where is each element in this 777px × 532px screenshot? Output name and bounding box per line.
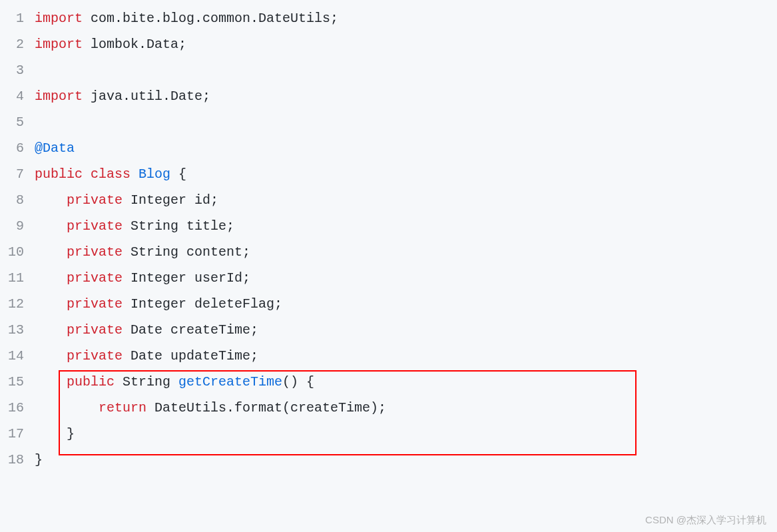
line-number: 5 <box>0 109 24 135</box>
line-number: 2 <box>0 31 24 57</box>
line-number: 12 <box>0 291 24 317</box>
code-content: import com.bite.blog.common.DateUtils;im… <box>35 5 777 473</box>
line-number: 14 <box>0 343 24 369</box>
code-line: import com.bite.blog.common.DateUtils; <box>35 5 777 31</box>
line-number: 11 <box>0 265 24 291</box>
code-line: public String getCreateTime() { <box>35 369 777 395</box>
code-line: public class Blog { <box>35 161 777 187</box>
line-number-gutter: 123456789101112131415161718 <box>0 5 35 473</box>
code-line: import java.util.Date; <box>35 83 777 109</box>
code-line: private Date updateTime; <box>35 343 777 369</box>
code-line <box>35 109 777 135</box>
code-line <box>35 57 777 83</box>
line-number: 17 <box>0 421 24 447</box>
line-number: 15 <box>0 369 24 395</box>
line-number: 10 <box>0 239 24 265</box>
line-number: 3 <box>0 57 24 83</box>
code-line: } <box>35 421 777 447</box>
line-number: 8 <box>0 187 24 213</box>
code-line: } <box>35 447 777 473</box>
code-line: private Integer deleteFlag; <box>35 291 777 317</box>
code-line: @Data <box>35 135 777 161</box>
code-line: private String title; <box>35 213 777 239</box>
line-number: 1 <box>0 5 24 31</box>
line-number: 7 <box>0 161 24 187</box>
code-line: private Date createTime; <box>35 317 777 343</box>
line-number: 6 <box>0 135 24 161</box>
code-line: return DateUtils.format(createTime); <box>35 395 777 421</box>
code-line: private Integer userId; <box>35 265 777 291</box>
line-number: 18 <box>0 447 24 473</box>
line-number: 16 <box>0 395 24 421</box>
line-number: 13 <box>0 317 24 343</box>
code-block: 123456789101112131415161718 import com.b… <box>0 0 777 478</box>
line-number: 9 <box>0 213 24 239</box>
line-number: 4 <box>0 83 24 109</box>
code-line: import lombok.Data; <box>35 31 777 57</box>
code-line: private String content; <box>35 239 777 265</box>
watermark-text: CSDN @杰深入学习计算机 <box>645 514 766 527</box>
code-line: private Integer id; <box>35 187 777 213</box>
